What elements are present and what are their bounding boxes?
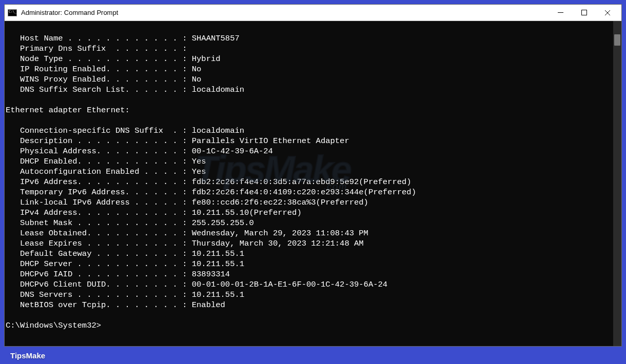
image-caption: TipsMake (10, 351, 45, 360)
minimize-button[interactable] (549, 5, 572, 21)
vertical-scrollbar[interactable] (613, 21, 621, 346)
scroll-thumb[interactable] (614, 34, 620, 46)
titlebar[interactable]: Administrator: Command Prompt (5, 5, 621, 21)
close-button[interactable] (596, 5, 619, 21)
minimize-icon (558, 10, 563, 15)
console-area: Host Name . . . . . . . . . . . . : SHAA… (5, 21, 621, 346)
window-frame: Administrator: Command Prompt Host Name … (4, 4, 622, 347)
console-output[interactable]: Host Name . . . . . . . . . . . . : SHAA… (5, 21, 613, 346)
cmd-icon (8, 9, 17, 16)
window-controls (549, 5, 619, 21)
svg-rect-1 (581, 10, 586, 15)
maximize-icon (581, 10, 587, 15)
window-title: Administrator: Command Prompt (21, 9, 549, 16)
close-icon (604, 10, 611, 16)
maximize-button[interactable] (572, 5, 596, 21)
